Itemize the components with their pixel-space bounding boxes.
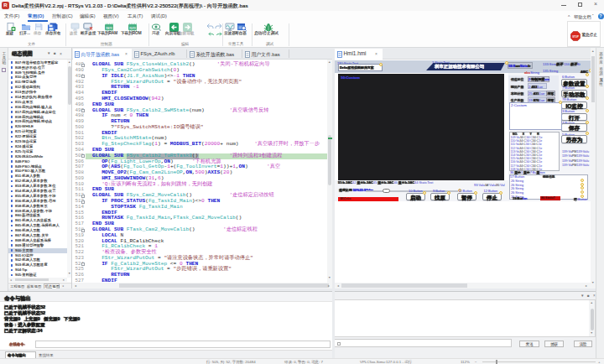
svg-text:STOP: STOP [572, 34, 579, 38]
svg-text:ram: ram [106, 25, 112, 29]
svg-text:rom: rom [129, 25, 136, 29]
